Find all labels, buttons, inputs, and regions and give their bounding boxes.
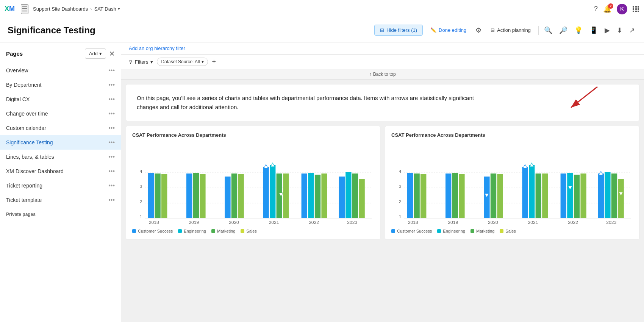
svg-rect-21 xyxy=(270,165,275,218)
sidebar: Pages Add ▾ ✕ Overview ••• By Department… xyxy=(0,42,121,322)
zoom-in-icon[interactable]: 🔍 xyxy=(542,25,554,36)
dataset-source-chip[interactable]: Dataset Source: All ▾ xyxy=(157,58,208,66)
svg-rect-32 xyxy=(352,174,358,218)
done-editing-button[interactable]: ✏️ Done editing xyxy=(427,25,470,35)
item-more-icon[interactable]: ••• xyxy=(108,110,115,117)
svg-rect-10 xyxy=(148,173,154,218)
chart-right-legend: Customer Success Engineering Marketing S… xyxy=(391,229,633,233)
item-more-icon[interactable]: ••• xyxy=(108,168,115,175)
filter-row: ⊽ Filters ▾ Dataset Source: All ▾ + xyxy=(121,55,644,69)
help-icon[interactable]: ? xyxy=(594,5,598,13)
hide-filters-button[interactable]: ⊞ Hide filters (1) xyxy=(374,25,423,36)
item-more-icon[interactable]: ••• xyxy=(108,153,115,160)
svg-rect-27 xyxy=(308,173,314,218)
back-to-top-bar[interactable]: ↑ Back to top xyxy=(121,69,644,80)
svg-rect-48 xyxy=(407,173,413,218)
item-more-icon[interactable]: ••• xyxy=(108,81,115,88)
chart-left-title: CSAT Performance Across Departments xyxy=(132,132,374,138)
svg-text:2022: 2022 xyxy=(309,220,319,224)
svg-rect-65 xyxy=(567,173,573,218)
notification-badge: 2 xyxy=(608,3,613,9)
settings-icon[interactable]: ⚙ xyxy=(474,25,483,36)
svg-rect-72 xyxy=(611,174,617,218)
svg-marker-22 xyxy=(270,163,275,167)
sidebar-item-significance-testing[interactable]: Significance Testing ••• xyxy=(0,135,121,150)
sidebar-pages-label: Pages xyxy=(6,50,23,57)
description-text: On this page, you'll see a series of cha… xyxy=(137,94,478,112)
apps-grid-icon[interactable] xyxy=(633,6,639,12)
action-planning-button[interactable]: ⊟ Action planning xyxy=(487,25,535,35)
xm-logo[interactable]: XM xyxy=(5,5,15,13)
svg-text:2020: 2020 xyxy=(488,220,498,224)
breadcrumb-parent[interactable]: Support Site Dashboards xyxy=(33,6,88,12)
nav-right-icons: ? 🔔 2 K xyxy=(594,4,639,14)
svg-rect-73 xyxy=(618,179,624,218)
avatar[interactable]: K xyxy=(617,4,627,14)
legend-color xyxy=(211,229,215,233)
legend-item: Marketing xyxy=(211,229,235,233)
zoom-out-icon[interactable]: 🔎 xyxy=(558,25,569,36)
sidebar-item-ticket-reporting[interactable]: Ticket reporting ••• xyxy=(0,178,121,193)
download-icon[interactable]: ⬇ xyxy=(615,25,624,36)
svg-rect-31 xyxy=(345,172,351,218)
svg-rect-62 xyxy=(536,174,541,218)
chart-panel-right: CSAT Performance Across Departments 1 2 … xyxy=(385,126,639,240)
divider xyxy=(538,26,539,35)
add-filter-button[interactable]: + xyxy=(212,58,216,66)
svg-text:2018: 2018 xyxy=(149,220,159,224)
item-more-icon[interactable]: ••• xyxy=(108,67,115,74)
sidebar-item-change-over-time[interactable]: Change over time ••• xyxy=(0,106,121,121)
filters-button[interactable]: ⊽ Filters ▾ xyxy=(129,59,153,65)
legend-color xyxy=(391,229,395,233)
main-layout: Pages Add ▾ ✕ Overview ••• By Department… xyxy=(0,42,644,322)
item-more-icon[interactable]: ••• xyxy=(108,182,115,189)
page-title: Significance Testing xyxy=(8,25,95,36)
sidebar-item-lines-bars-tables[interactable]: Lines, bars, & tables ••• xyxy=(0,150,121,164)
play-icon[interactable]: ▶ xyxy=(603,25,611,36)
item-more-icon[interactable]: ••• xyxy=(108,125,115,131)
item-more-icon[interactable]: ••• xyxy=(108,197,115,203)
svg-rect-60 xyxy=(529,165,535,218)
sidebar-item-by-department[interactable]: By Department ••• xyxy=(0,78,121,92)
filter-bar-hierarchy: Add an org hierarchy filter xyxy=(121,42,644,55)
sidebar-item-custom-calendar[interactable]: Custom calendar ••• xyxy=(0,121,121,135)
svg-rect-12 xyxy=(161,174,167,218)
svg-rect-18 xyxy=(238,174,244,218)
svg-text:2019: 2019 xyxy=(189,220,199,224)
share-icon[interactable]: ↗ xyxy=(628,25,636,36)
mobile-icon[interactable]: 📱 xyxy=(588,25,599,36)
hamburger-icon[interactable]: ☰ xyxy=(21,4,28,14)
sidebar-item-xm-discover[interactable]: XM Discover Dashboard ••• xyxy=(0,164,121,178)
private-pages-label: Private pages xyxy=(0,207,121,219)
chevron-down-icon: ▾ xyxy=(150,59,153,65)
svg-line-1 xyxy=(571,87,597,108)
svg-rect-19 xyxy=(263,167,269,218)
legend-item: Customer Success xyxy=(132,229,173,233)
breadcrumb-separator: › xyxy=(90,6,92,12)
lightbulb-icon[interactable]: 💡 xyxy=(573,25,584,36)
sidebar-header: Pages Add ▾ ✕ xyxy=(0,48,121,63)
sidebar-item-overview[interactable]: Overview ••• xyxy=(0,63,121,78)
item-more-icon[interactable]: ••• xyxy=(108,139,115,146)
notifications-icon[interactable]: 🔔 2 xyxy=(603,5,611,13)
sidebar-item-digital-cx[interactable]: Digital CX ••• xyxy=(0,92,121,106)
legend-item: Sales xyxy=(241,229,257,233)
add-hierarchy-filter-link[interactable]: Add an org hierarchy filter xyxy=(129,45,185,51)
item-more-icon[interactable]: ••• xyxy=(108,96,115,103)
svg-text:4: 4 xyxy=(140,169,142,173)
svg-text:1: 1 xyxy=(140,214,142,219)
svg-marker-70 xyxy=(599,171,603,175)
sidebar-item-ticket-template[interactable]: Ticket template ••• xyxy=(0,193,121,207)
main-content: Add an org hierarchy filter ⊽ Filters ▾ … xyxy=(121,42,644,322)
svg-text:3: 3 xyxy=(399,184,402,188)
svg-rect-15 xyxy=(200,174,205,218)
close-sidebar-button[interactable]: ✕ xyxy=(109,50,115,58)
svg-text:3: 3 xyxy=(140,184,142,188)
chart-right-svg: 1 2 3 4 xyxy=(391,142,633,226)
svg-text:2: 2 xyxy=(140,199,142,203)
breadcrumb-current[interactable]: SAT Dash ▾ xyxy=(94,6,120,12)
svg-rect-68 xyxy=(580,174,586,218)
edit-icon: ✏️ xyxy=(430,27,436,33)
add-page-button[interactable]: Add ▾ xyxy=(85,48,106,59)
header-actions: ⊞ Hide filters (1) ✏️ Done editing ⚙ ⊟ A… xyxy=(374,25,636,36)
